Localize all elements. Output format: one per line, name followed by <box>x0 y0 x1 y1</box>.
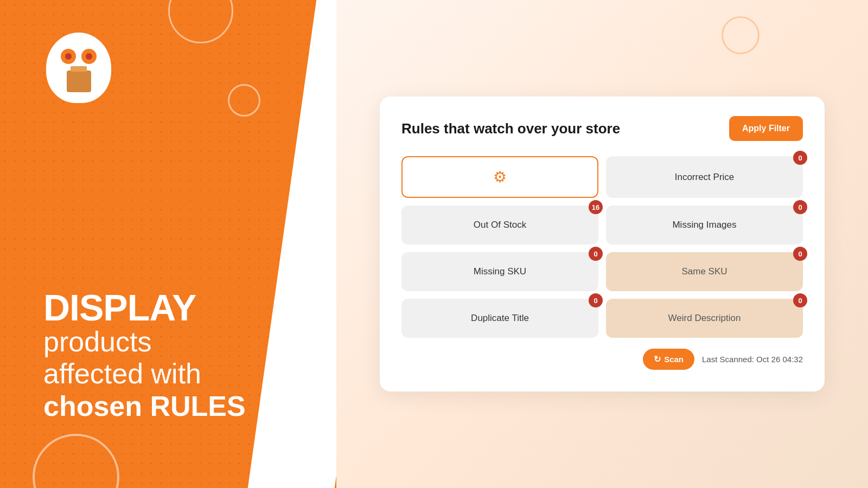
rule-label-incorrect-price: Incorrect Price <box>675 172 735 183</box>
hero-line-2: products <box>43 326 246 358</box>
card-header: Rules that watch over your store Apply F… <box>401 116 803 141</box>
badge-missing-sku: 0 <box>589 247 603 261</box>
logo <box>43 33 114 103</box>
card-footer: ↻ Scan Last Scanned: Oct 26 04:32 <box>401 349 803 370</box>
decorative-circle-right <box>722 16 760 54</box>
badge-same-sku: 0 <box>793 247 807 261</box>
hero-line-4: chosen RULES <box>43 390 246 423</box>
badge-out-of-stock: 16 <box>589 200 603 214</box>
owl-wing-right <box>99 73 108 89</box>
scan-label: Scan <box>664 355 684 364</box>
right-panel: Rules that watch over your store Apply F… <box>336 0 868 488</box>
badge-incorrect-price: 0 <box>793 151 807 165</box>
rules-card: Rules that watch over your store Apply F… <box>380 97 825 391</box>
owl-wing-left <box>49 73 59 89</box>
badge-duplicate-title: 0 <box>589 293 603 307</box>
last-scanned-text: Last Scanned: Oct 26 04:32 <box>702 355 803 364</box>
hero-line-1: DISPLAY <box>43 289 246 326</box>
gear-icon: ⚙ <box>493 168 507 186</box>
badge-missing-images: 0 <box>793 200 807 214</box>
rule-label-duplicate-title: Duplicate Title <box>471 313 529 324</box>
owl-eye-left <box>61 49 76 64</box>
rule-card-gear[interactable]: ⚙ <box>401 156 598 198</box>
hero-line-3: affected with <box>43 358 246 390</box>
rule-card-out-of-stock[interactable]: Out Of Stock16 <box>401 206 598 245</box>
rule-card-incorrect-price[interactable]: Incorrect Price0 <box>606 156 803 198</box>
rule-label-out-of-stock: Out Of Stock <box>474 220 526 230</box>
rule-label-missing-sku: Missing SKU <box>474 266 526 277</box>
card-title: Rules that watch over your store <box>401 120 620 137</box>
rule-card-duplicate-title[interactable]: Duplicate Title0 <box>401 299 598 338</box>
rule-label-weird-description: Weird Description <box>668 313 741 324</box>
rule-card-missing-sku[interactable]: Missing SKU0 <box>401 252 598 291</box>
owl-eye-right <box>81 49 97 64</box>
scan-icon: ↻ <box>654 354 661 364</box>
decorative-circle-mid <box>228 84 260 117</box>
rule-label-same-sku: Same SKU <box>681 266 727 277</box>
rule-card-same-sku[interactable]: Same SKU0 <box>606 252 803 291</box>
left-panel: DISPLAY products affected with chosen RU… <box>0 0 336 488</box>
badge-weird-description: 0 <box>793 293 807 307</box>
apply-filter-button[interactable]: Apply Filter <box>729 116 803 141</box>
rules-grid: ⚙Incorrect Price0Out Of Stock16Missing I… <box>401 156 803 338</box>
scan-button[interactable]: ↻ Scan <box>643 349 694 370</box>
rule-card-weird-description[interactable]: Weird Description0 <box>606 299 803 338</box>
rule-label-missing-images: Missing Images <box>672 220 736 230</box>
hero-text: DISPLAY products affected with chosen RU… <box>43 289 246 423</box>
rule-card-missing-images[interactable]: Missing Images0 <box>606 206 803 245</box>
